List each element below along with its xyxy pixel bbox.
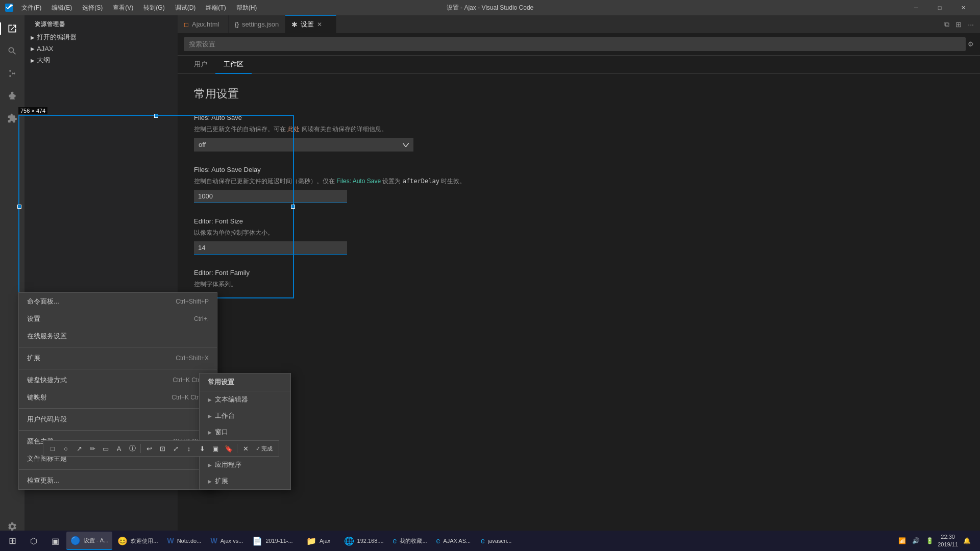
ann-bookmark-tool[interactable]: 🔖 [223,442,235,455]
taskbar-word1[interactable]: W Note.do... [163,532,205,550]
taskbar-folder[interactable]: 📁 Ajax [298,532,339,550]
ann-arrow-tool[interactable]: ↗ [73,442,85,455]
submenu-text-editor[interactable]: ▶ 文本编辑器 [200,391,290,408]
sidebar-item-open-editors[interactable]: ▶ 打开的编辑器 [24,31,178,43]
taskbar-word2[interactable]: W Ajax vs... [206,532,247,550]
setting-font-family: Editor: Font Family 控制字体系列。 [194,269,964,289]
gear-menu-extensions[interactable]: 扩展 Ctrl+Shift+X [19,349,217,367]
maximize-button[interactable]: □ [928,0,951,15]
menu-debug[interactable]: 调试(D) [171,3,200,13]
settings-tab-workspace[interactable]: 工作区 [215,56,252,74]
gear-menu-keymaps[interactable]: 键映射 Ctrl+K Ctrl+M [19,389,217,406]
ann-move-tool[interactable]: ↕ [183,442,195,455]
tray-network-icon[interactable]: 📶 [896,536,908,545]
tab-settings-json[interactable]: {} settings.json [229,15,285,33]
ie1-task-label: 我的收藏... [400,537,427,545]
taskview-button[interactable]: ▣ [45,532,65,550]
ann-undo-tool[interactable]: ↩ [143,442,155,455]
activity-source-control-icon[interactable] [3,64,21,83]
tab-settings[interactable]: ✱ 设置 ✕ [285,15,336,33]
ann-expand-tool[interactable]: ⤢ [169,442,182,455]
editor-layout-button[interactable]: ⊞ [953,19,964,30]
taskbar-file1[interactable]: 📄 2019-11-... [248,532,297,550]
gear-menu-user-snippets[interactable]: 用户代码片段 [19,411,217,428]
tray-volume-icon[interactable]: 🔊 [910,536,922,545]
gear-menu-settings[interactable]: 设置 Ctrl+, [19,310,217,328]
activity-explorer-icon[interactable] [3,19,21,38]
font-size-input[interactable] [194,241,347,255]
submenu-extensions[interactable]: ▶ 扩展 [200,473,290,489]
minimize-button[interactable]: ─ [904,0,928,15]
gear-menu-command-palette[interactable]: 命令面板... Ctrl+Shift+P [19,293,217,310]
ann-highlight-tool[interactable]: ▭ [100,442,112,455]
ann-select-tool[interactable]: ⊡ [156,442,168,455]
ann-download-tool[interactable]: ⬇ [196,442,208,455]
tab-icon-json: {} [235,21,239,28]
settings-tab-user[interactable]: 用户 [186,56,215,74]
menu-help[interactable]: 帮助(H) [232,3,261,13]
setting-font-family-label: Editor: Font Family [194,269,964,277]
taskbar-ie2[interactable]: e AJAX AS... [432,532,475,550]
tray-battery-icon[interactable]: 🔋 [924,536,936,545]
gear-menu-keyboard-shortcuts[interactable]: 键盘快捷方式 Ctrl+K Ctrl+S [19,371,217,389]
menu-divider-4 [19,430,217,431]
ie2-task-label: AJAX AS... [443,538,471,544]
submenu-applications[interactable]: ▶ 应用程序 [200,457,290,473]
auto-save-link[interactable]: 此处 [287,126,300,133]
ann-circle-tool[interactable]: ○ [60,442,72,455]
taskbar-ie1[interactable]: e 我的收藏... [389,532,431,550]
window-controls: ─ □ ✕ [904,0,975,15]
cortana-button[interactable]: ⬡ [23,532,44,550]
ann-text-tool[interactable]: A [113,442,125,455]
taskbar-chrome[interactable]: 🌐 192.168.... [340,532,388,550]
start-button[interactable]: ⊞ [2,532,22,550]
tab-ajax-html[interactable]: ◻ Ajax.html [178,15,229,33]
setting-font-size: Editor: Font Size 以像素为单位控制字体大小。 [194,217,964,255]
taskbar-welcome[interactable]: 😊 欢迎使用... [113,532,162,550]
more-actions-button[interactable]: ··· [966,19,976,30]
ie2-task-icon: e [436,537,440,545]
taskbar-notification-icon[interactable]: 🔔 [960,536,974,545]
submenu-arrow-icon: ▶ [208,397,212,403]
menu-view[interactable]: 查看(V) [109,3,137,13]
word1-task-label: Note.do... [177,538,202,544]
activity-search-icon[interactable] [3,42,21,60]
sidebar-item-ajax[interactable]: ▶ AJAX [24,43,178,54]
ann-cancel-tool[interactable]: ✕ [239,442,252,455]
menu-select[interactable]: 选择(S) [78,3,107,13]
submenu-workbench-label: 工作台 [215,411,235,420]
auto-save-delay-link[interactable]: Files: Auto Save [336,178,381,185]
editor-area: ◻ Ajax.html {} settings.json ✱ 设置 ✕ ⧉ ⊞ … [178,15,980,540]
activity-debug-icon[interactable] [3,87,21,105]
menu-terminal[interactable]: 终端(T) [202,3,230,13]
tray-clock[interactable]: 22:30 2019/11 [938,533,958,549]
menu-file[interactable]: 文件(F) [17,3,45,13]
tab-modified-dot: ✱ [291,20,298,29]
search-filter-icon[interactable]: ⚙ [968,40,974,48]
taskbar-ie3[interactable]: e javascri... [476,532,517,550]
menu-edit[interactable]: 编辑(E) [47,3,76,13]
tab-bar: ◻ Ajax.html {} settings.json ✱ 设置 ✕ ⧉ ⊞ … [178,15,980,33]
sidebar-item-outline[interactable]: ▶ 大纲 [24,54,178,66]
gear-menu-online-services[interactable]: 在线服务设置 [19,328,217,345]
ann-pen-tool[interactable]: ✏ [86,442,99,455]
ann-crop-tool[interactable]: ▣ [209,442,222,455]
ann-rect-tool[interactable]: □ [46,442,59,455]
split-editor-button[interactable]: ⧉ [942,18,951,30]
gear-menu-check-updates[interactable]: 检查更新... [19,472,217,489]
submenu-workbench[interactable]: ▶ 工作台 [200,408,290,424]
ann-divider-1 [140,444,141,453]
ann-finish-button[interactable]: ✓ 完成 [253,442,276,455]
submenu-window[interactable]: ▶ 窗口 [200,424,290,440]
command-palette-shortcut: Ctrl+Shift+P [176,298,209,305]
tab-close-button[interactable]: ✕ [317,21,322,28]
ann-info-tool[interactable]: ⓘ [126,442,138,455]
menu-goto[interactable]: 转到(G) [139,3,168,13]
search-input[interactable] [184,37,966,51]
close-button[interactable]: ✕ [951,0,975,15]
checkmark-icon: ✓ [256,445,260,452]
auto-save-delay-input[interactable] [194,190,347,203]
taskbar-vscode[interactable]: 🔵 设置 - A... [66,532,112,550]
activity-extensions-icon[interactable] [3,109,21,128]
auto-save-select[interactable]: off afterDelay onFocusChange onWindowCha… [194,138,413,152]
